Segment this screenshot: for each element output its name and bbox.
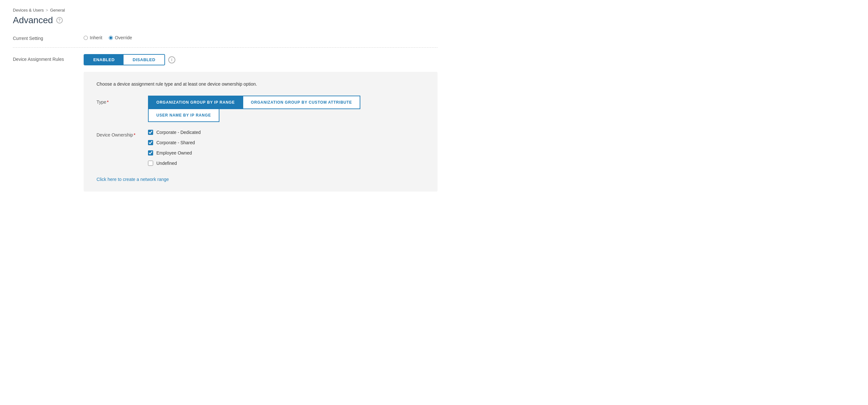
inherit-label: Inherit <box>90 35 102 40</box>
undefined-checkbox[interactable] <box>148 161 153 166</box>
type-btn-row-1: ORGANIZATION GROUP BY IP RANGE ORGANIZAT… <box>148 96 360 109</box>
type-label: Type* <box>96 96 148 105</box>
corporate-shared-checkbox[interactable] <box>148 140 153 145</box>
ownership-row: Device Ownership* Corporate - Dedicated … <box>96 130 425 166</box>
type-row: Type* ORGANIZATION GROUP BY IP RANGE ORG… <box>96 96 425 122</box>
breadcrumb-separator: > <box>46 8 48 12</box>
ownership-label: Device Ownership* <box>96 130 148 138</box>
disabled-button[interactable]: DISABLED <box>124 55 164 65</box>
network-range-link[interactable]: Click here to create a network range <box>96 177 169 182</box>
current-setting-control: Inherit Override <box>84 33 438 40</box>
inherit-radio-label[interactable]: Inherit <box>84 35 102 40</box>
assignment-card: Choose a device assignment rule type and… <box>84 72 438 192</box>
corporate-dedicated-checkbox[interactable] <box>148 130 153 135</box>
breadcrumb-item1[interactable]: Devices & Users <box>13 8 44 12</box>
info-icon[interactable]: i <box>168 56 175 63</box>
type-buttons-container: ORGANIZATION GROUP BY IP RANGE ORGANIZAT… <box>148 96 360 122</box>
card-description: Choose a device assignment rule type and… <box>96 82 425 87</box>
help-icon[interactable]: ? <box>56 17 63 24</box>
breadcrumb-item2[interactable]: General <box>50 8 65 12</box>
device-assignment-label: Device Assignment Rules <box>13 54 84 62</box>
user-name-ip-button[interactable]: USER NAME BY IP RANGE <box>148 109 219 122</box>
corporate-dedicated-label: Corporate - Dedicated <box>156 130 201 135</box>
device-assignment-control: ENABLED DISABLED i <box>84 54 438 65</box>
override-radio-label[interactable]: Override <box>109 35 132 40</box>
override-label: Override <box>115 35 132 40</box>
inherit-radio[interactable] <box>84 36 88 40</box>
breadcrumb: Devices & Users > General <box>13 8 438 12</box>
enabled-button[interactable]: ENABLED <box>84 55 124 65</box>
type-required-star: * <box>107 99 108 105</box>
corporate-shared-item[interactable]: Corporate - Shared <box>148 140 201 145</box>
ownership-required-star: * <box>134 132 135 138</box>
current-setting-row: Current Setting Inherit Override <box>13 33 438 41</box>
employee-owned-label: Employee Owned <box>156 150 192 155</box>
undefined-label: Undefined <box>156 161 177 166</box>
ownership-options: Corporate - Dedicated Corporate - Shared… <box>148 130 201 166</box>
page-container: Devices & Users > General Advanced ? Cur… <box>0 0 451 199</box>
page-title-container: Advanced ? <box>13 15 438 25</box>
current-setting-label: Current Setting <box>13 33 84 41</box>
toggle-group: ENABLED DISABLED <box>84 54 165 65</box>
device-assignment-row: Device Assignment Rules ENABLED DISABLED… <box>13 54 438 65</box>
org-group-custom-button[interactable]: ORGANIZATION GROUP BY CUSTOM ATTRIBUTE <box>243 96 360 109</box>
employee-owned-checkbox[interactable] <box>148 150 153 155</box>
undefined-item[interactable]: Undefined <box>148 161 201 166</box>
page-title: Advanced <box>13 15 53 25</box>
divider <box>13 47 438 48</box>
corporate-dedicated-item[interactable]: Corporate - Dedicated <box>148 130 201 135</box>
override-radio[interactable] <box>109 36 113 40</box>
corporate-shared-label: Corporate - Shared <box>156 140 195 145</box>
org-group-ip-button[interactable]: ORGANIZATION GROUP BY IP RANGE <box>148 96 243 109</box>
employee-owned-item[interactable]: Employee Owned <box>148 150 201 155</box>
type-btn-row-2: USER NAME BY IP RANGE <box>148 109 360 122</box>
